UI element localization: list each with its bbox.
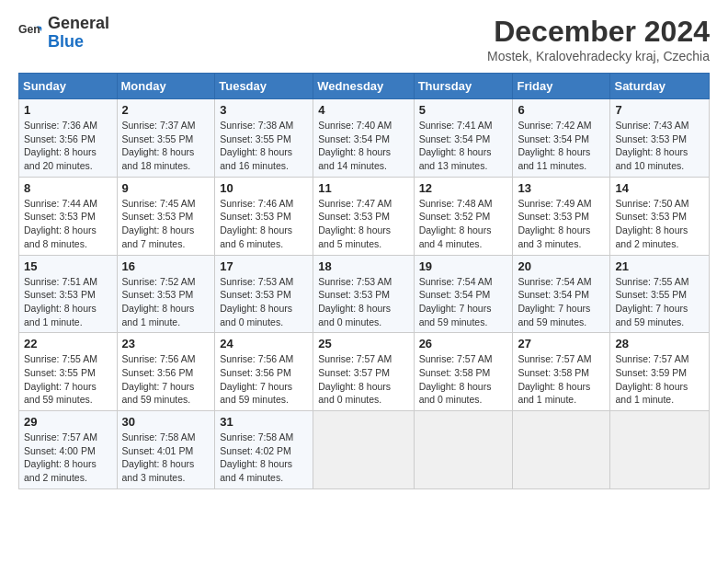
daylight-label: Daylight: 7 hours and 59 minutes. xyxy=(220,381,292,406)
day-info: Sunrise: 7:48 AM Sunset: 3:52 PM Dayligh… xyxy=(419,197,508,251)
day-number: 16 xyxy=(122,259,210,273)
daylight-label: Daylight: 8 hours and 11 minutes. xyxy=(518,146,590,171)
sunset-label: Sunset: 3:54 PM xyxy=(518,289,589,300)
day-number: 22 xyxy=(24,337,112,350)
calendar-cell: 22 Sunrise: 7:55 AM Sunset: 3:55 PM Dayl… xyxy=(19,333,118,411)
sunset-label: Sunset: 3:53 PM xyxy=(220,289,291,300)
sunrise-label: Sunrise: 7:45 AM xyxy=(122,198,196,209)
day-info: Sunrise: 7:52 AM Sunset: 3:53 PM Dayligh… xyxy=(122,275,210,329)
daylight-label: Daylight: 8 hours and 13 minutes. xyxy=(419,146,492,171)
sunrise-label: Sunrise: 7:41 AM xyxy=(419,120,493,131)
daylight-label: Daylight: 8 hours and 18 minutes. xyxy=(122,146,195,171)
day-info: Sunrise: 7:56 AM Sunset: 3:56 PM Dayligh… xyxy=(220,352,308,407)
day-number: 28 xyxy=(615,337,704,350)
day-number: 4 xyxy=(318,103,408,117)
day-info: Sunrise: 7:49 AM Sunset: 3:53 PM Dayligh… xyxy=(518,197,605,251)
sunset-label: Sunset: 4:01 PM xyxy=(122,445,194,456)
daylight-label: Daylight: 8 hours and 8 minutes. xyxy=(24,224,97,249)
calendar-cell xyxy=(313,411,414,489)
sunrise-label: Sunrise: 7:57 AM xyxy=(24,431,97,442)
daylight-label: Daylight: 8 hours and 1 minute. xyxy=(122,303,195,327)
calendar-cell: 31 Sunrise: 7:58 AM Sunset: 4:02 PM Dayl… xyxy=(215,411,313,489)
calendar-cell: 30 Sunrise: 7:58 AM Sunset: 4:01 PM Dayl… xyxy=(117,411,215,489)
calendar-cell xyxy=(414,411,513,489)
week-row-2: 8 Sunrise: 7:44 AM Sunset: 3:53 PM Dayli… xyxy=(19,177,710,255)
sunrise-label: Sunrise: 7:51 AM xyxy=(24,276,97,287)
day-info: Sunrise: 7:57 AM Sunset: 3:58 PM Dayligh… xyxy=(419,352,508,407)
daylight-label: Daylight: 8 hours and 0 minutes. xyxy=(220,303,292,327)
weekday-wednesday: Wednesday xyxy=(313,74,414,99)
sunrise-label: Sunrise: 7:54 AM xyxy=(419,276,493,287)
daylight-label: Daylight: 8 hours and 1 minute. xyxy=(615,381,688,406)
week-row-3: 15 Sunrise: 7:51 AM Sunset: 3:53 PM Dayl… xyxy=(19,255,710,333)
day-number: 15 xyxy=(24,259,112,273)
day-info: Sunrise: 7:51 AM Sunset: 3:53 PM Dayligh… xyxy=(24,275,112,329)
sunrise-label: Sunrise: 7:37 AM xyxy=(122,120,196,131)
day-info: Sunrise: 7:38 AM Sunset: 3:55 PM Dayligh… xyxy=(220,119,308,173)
daylight-label: Daylight: 8 hours and 16 minutes. xyxy=(220,146,292,171)
daylight-label: Daylight: 7 hours and 59 minutes. xyxy=(419,303,492,327)
day-number: 2 xyxy=(122,103,210,117)
sunset-label: Sunset: 3:56 PM xyxy=(24,133,96,144)
sunrise-label: Sunrise: 7:56 AM xyxy=(122,353,196,364)
day-number: 3 xyxy=(220,103,308,117)
sunset-label: Sunset: 3:57 PM xyxy=(318,367,390,378)
day-number: 21 xyxy=(615,259,704,273)
day-info: Sunrise: 7:53 AM Sunset: 3:53 PM Dayligh… xyxy=(318,275,408,329)
sunrise-label: Sunrise: 7:52 AM xyxy=(122,276,196,287)
sunrise-label: Sunrise: 7:55 AM xyxy=(24,353,97,364)
day-number: 25 xyxy=(318,337,408,350)
sunset-label: Sunset: 3:56 PM xyxy=(122,367,194,378)
sunset-label: Sunset: 3:53 PM xyxy=(122,211,194,222)
sunrise-label: Sunrise: 7:57 AM xyxy=(615,353,688,364)
day-number: 19 xyxy=(419,259,508,273)
calendar-cell: 29 Sunrise: 7:57 AM Sunset: 4:00 PM Dayl… xyxy=(19,411,118,489)
day-number: 24 xyxy=(220,337,308,350)
daylight-label: Daylight: 8 hours and 5 minutes. xyxy=(318,224,391,249)
calendar-cell: 23 Sunrise: 7:56 AM Sunset: 3:56 PM Dayl… xyxy=(117,333,215,411)
sunrise-label: Sunrise: 7:54 AM xyxy=(518,276,591,287)
day-number: 30 xyxy=(122,415,210,429)
calendar-cell: 18 Sunrise: 7:53 AM Sunset: 3:53 PM Dayl… xyxy=(313,255,414,333)
calendar-cell: 12 Sunrise: 7:48 AM Sunset: 3:52 PM Dayl… xyxy=(414,177,513,255)
calendar-cell xyxy=(610,411,710,489)
sunrise-label: Sunrise: 7:50 AM xyxy=(615,198,688,209)
day-number: 11 xyxy=(318,181,408,195)
logo-blue: Blue xyxy=(48,32,84,51)
daylight-label: Daylight: 8 hours and 0 minutes. xyxy=(419,381,492,406)
header: Gen GeneralBlue December 2024 Mostek, Kr… xyxy=(18,15,710,63)
calendar-cell: 4 Sunrise: 7:40 AM Sunset: 3:54 PM Dayli… xyxy=(313,99,414,178)
weekday-friday: Friday xyxy=(513,74,610,99)
sunrise-label: Sunrise: 7:36 AM xyxy=(24,120,97,131)
sunrise-label: Sunrise: 7:57 AM xyxy=(518,353,591,364)
calendar-cell: 16 Sunrise: 7:52 AM Sunset: 3:53 PM Dayl… xyxy=(117,255,215,333)
sunrise-label: Sunrise: 7:58 AM xyxy=(220,431,293,442)
daylight-label: Daylight: 8 hours and 2 minutes. xyxy=(615,224,688,249)
week-row-4: 22 Sunrise: 7:55 AM Sunset: 3:55 PM Dayl… xyxy=(19,333,710,411)
day-number: 12 xyxy=(419,181,508,195)
sunrise-label: Sunrise: 7:55 AM xyxy=(615,276,688,287)
day-number: 1 xyxy=(24,103,112,117)
week-row-5: 29 Sunrise: 7:57 AM Sunset: 4:00 PM Dayl… xyxy=(19,411,710,489)
day-number: 20 xyxy=(518,259,605,273)
sunrise-label: Sunrise: 7:44 AM xyxy=(24,198,97,209)
calendar-cell: 19 Sunrise: 7:54 AM Sunset: 3:54 PM Dayl… xyxy=(414,255,513,333)
sunset-label: Sunset: 3:54 PM xyxy=(518,133,589,144)
calendar-cell: 28 Sunrise: 7:57 AM Sunset: 3:59 PM Dayl… xyxy=(610,333,710,411)
sunset-label: Sunset: 3:53 PM xyxy=(318,211,390,222)
week-row-1: 1 Sunrise: 7:36 AM Sunset: 3:56 PM Dayli… xyxy=(19,99,710,178)
sunset-label: Sunset: 3:54 PM xyxy=(419,289,491,300)
day-info: Sunrise: 7:44 AM Sunset: 3:53 PM Dayligh… xyxy=(24,197,112,251)
sunrise-label: Sunrise: 7:48 AM xyxy=(419,198,493,209)
sunrise-label: Sunrise: 7:42 AM xyxy=(518,120,591,131)
daylight-label: Daylight: 8 hours and 3 minutes. xyxy=(122,458,195,483)
calendar-cell: 13 Sunrise: 7:49 AM Sunset: 3:53 PM Dayl… xyxy=(513,177,610,255)
day-info: Sunrise: 7:55 AM Sunset: 3:55 PM Dayligh… xyxy=(24,352,112,407)
calendar-cell: 20 Sunrise: 7:54 AM Sunset: 3:54 PM Dayl… xyxy=(513,255,610,333)
day-info: Sunrise: 7:46 AM Sunset: 3:53 PM Dayligh… xyxy=(220,197,308,251)
daylight-label: Daylight: 8 hours and 7 minutes. xyxy=(122,224,195,249)
calendar-cell: 5 Sunrise: 7:41 AM Sunset: 3:54 PM Dayli… xyxy=(414,99,513,178)
daylight-label: Daylight: 7 hours and 59 minutes. xyxy=(518,303,590,327)
weekday-header-row: SundayMondayTuesdayWednesdayThursdayFrid… xyxy=(19,74,710,99)
calendar-cell: 15 Sunrise: 7:51 AM Sunset: 3:53 PM Dayl… xyxy=(19,255,118,333)
